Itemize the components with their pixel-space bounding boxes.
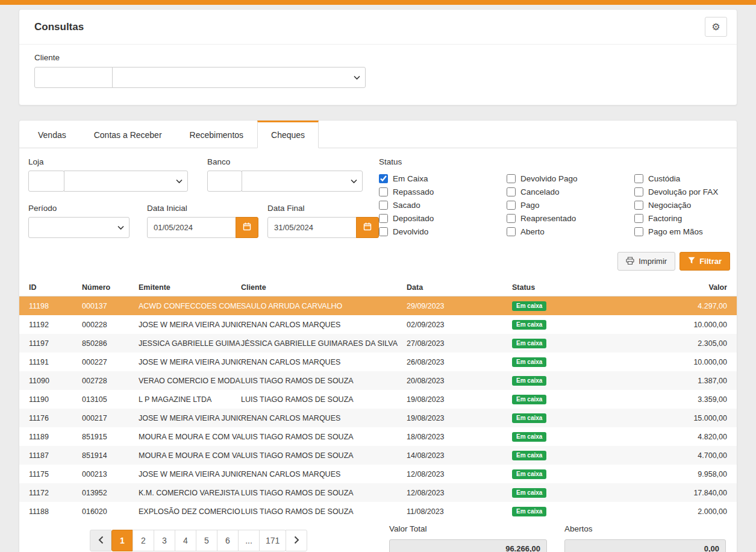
- status-checkbox-custodia[interactable]: [634, 174, 643, 183]
- status-option-factoring[interactable]: Factoring: [634, 212, 718, 225]
- loja-select[interactable]: [64, 171, 188, 192]
- status-checkbox-label: Pago em Mãos: [648, 227, 703, 236]
- data-inicial-input[interactable]: [147, 217, 236, 238]
- status-option-devolvido[interactable]: Devolvido: [379, 225, 507, 238]
- data-final-input[interactable]: [267, 217, 357, 238]
- cell-data: 26/08/2023: [407, 358, 512, 366]
- status-option-pago-em-maos[interactable]: Pago em Mãos: [634, 225, 718, 238]
- table-row[interactable]: 11190013105L P MAGAZINE LTDALUIS TIAGO R…: [19, 390, 737, 409]
- cell-numero: 013952: [82, 489, 139, 497]
- status-checkbox-devolucao-por-fax[interactable]: [634, 187, 643, 196]
- table-row[interactable]: 11192000228JOSE W MEIRA VIEIRA JUNIORREN…: [19, 315, 737, 334]
- cell-cliente: RENAN CARLOS MARQUES: [241, 470, 407, 478]
- tab-contas-a-receber[interactable]: Contas a Receber: [80, 121, 176, 148]
- valor-total-label: Valor Total: [389, 524, 427, 533]
- cliente-code-input[interactable]: [34, 67, 113, 88]
- table-row[interactable]: 11189851915MOURA E MOURA E COM VA…LUIS T…: [19, 427, 737, 446]
- status-checkbox-devolvido-pago[interactable]: [507, 174, 516, 183]
- cliente-select[interactable]: [112, 67, 366, 88]
- status-checkbox-pago-em-maos[interactable]: [634, 227, 643, 236]
- consultas-card: Consultas ⚙ Cliente: [19, 9, 737, 105]
- tab-cheques[interactable]: Cheques: [257, 121, 319, 148]
- data-final-calendar-button[interactable]: [356, 217, 379, 238]
- status-checkbox-label: Devolução por FAX: [648, 187, 718, 196]
- imprimir-button[interactable]: Imprimir: [617, 252, 675, 271]
- page-button-2[interactable]: 2: [133, 530, 154, 551]
- cell-id: 11175: [29, 470, 82, 478]
- cell-emitente: L P MAGAZINE LTDA: [139, 395, 241, 404]
- table-row[interactable]: 11090002728VERAO COMERCIO E MODAS…LUIS T…: [19, 371, 737, 390]
- table-row[interactable]: 11172013952K.M. COMERCIO VAREJISTA …LUIS…: [19, 483, 737, 502]
- cell-numero: 016020: [82, 507, 139, 516]
- cell-data: 19/08/2023: [407, 395, 512, 404]
- status-option-sacado[interactable]: Sacado: [379, 198, 507, 212]
- settings-button[interactable]: ⚙: [705, 17, 727, 37]
- status-option-devolucao-por-fax[interactable]: Devolução por FAX: [634, 185, 718, 198]
- status-option-cancelado[interactable]: Cancelado: [507, 185, 634, 198]
- status-checkbox-reapresentado[interactable]: [507, 214, 516, 223]
- tab-recebimentos[interactable]: Recebimentos: [176, 121, 258, 148]
- status-checkbox-label: Devolvido Pago: [520, 174, 578, 183]
- status-checkbox-devolvido[interactable]: [379, 227, 388, 236]
- status-badge: Em caixa: [512, 488, 546, 498]
- periodo-label: Período: [28, 204, 130, 213]
- status-option-reapresentado[interactable]: Reapresentado: [507, 212, 634, 225]
- status-checkbox-label: Custódia: [648, 174, 680, 183]
- periodo-select[interactable]: [28, 217, 130, 238]
- banco-code-input[interactable]: [207, 171, 242, 192]
- status-checkbox-label: Sacado: [393, 201, 420, 210]
- status-option-repassado[interactable]: Repassado: [379, 185, 507, 198]
- table-header-row: IDNúmeroEmitenteClienteDataStatusValor: [19, 278, 737, 296]
- page-button-1[interactable]: 1: [111, 530, 133, 551]
- pagination: 123456...171: [90, 530, 307, 551]
- page-button-5[interactable]: 5: [196, 530, 217, 551]
- page-button-4[interactable]: 4: [175, 530, 196, 551]
- table-row[interactable]: 11191000227JOSE W MEIRA VIEIRA JUNIORREN…: [19, 353, 737, 371]
- status-checkbox-factoring[interactable]: [634, 214, 643, 223]
- cell-status: Em caixa: [512, 451, 626, 460]
- table-row[interactable]: 11175000213JOSE W MEIRA VIEIRA JUNIORREN…: [19, 465, 737, 483]
- data-inicial-filter: Data Inicial: [147, 204, 258, 238]
- tab-vendas[interactable]: Vendas: [24, 121, 80, 148]
- status-checkbox-repassado[interactable]: [379, 187, 388, 196]
- loja-code-input[interactable]: [28, 171, 64, 192]
- table-row[interactable]: 11187851914MOURA E MOURA E COM VA…LUIS T…: [19, 446, 737, 465]
- consultas-card-header: Consultas ⚙: [19, 10, 737, 45]
- status-option-custodia[interactable]: Custódia: [634, 172, 718, 185]
- column-header-id: ID: [29, 283, 82, 292]
- status-option-aberto[interactable]: Aberto: [507, 225, 634, 238]
- cell-data: 11/08/2023: [407, 507, 512, 516]
- filtrar-button[interactable]: Filtrar: [679, 252, 730, 271]
- cell-data: 12/08/2023: [407, 489, 512, 497]
- status-checkbox-cancelado[interactable]: [507, 187, 516, 196]
- column-header-valor: Valor: [626, 283, 727, 292]
- status-option-negociacao[interactable]: Negociação: [634, 198, 718, 212]
- status-option-depositado[interactable]: Depositado: [379, 212, 507, 225]
- page-button-3[interactable]: 3: [154, 530, 175, 551]
- pagination-prev-button[interactable]: [90, 530, 111, 551]
- table-row[interactable]: 11197850286JESSICA GABRIELLE GUIMA…JÉSSI…: [19, 334, 737, 353]
- status-checkbox-depositado[interactable]: [379, 214, 388, 223]
- cheques-card: VendasContas a ReceberRecebimentosCheque…: [19, 120, 737, 552]
- pagination-next-button[interactable]: [286, 530, 307, 551]
- page-button-6[interactable]: 6: [217, 530, 239, 551]
- page-title: Consultas: [34, 21, 84, 33]
- page-button-171[interactable]: 171: [259, 530, 286, 551]
- status-option-pago[interactable]: Pago: [507, 198, 634, 212]
- filtrar-button-label: Filtrar: [699, 257, 722, 266]
- chevron-right-icon: [294, 536, 299, 546]
- loja-label: Loja: [28, 157, 188, 166]
- table-row[interactable]: 11198000137ACWD CONFECCOES COMER…SAULO A…: [19, 296, 737, 315]
- data-inicial-calendar-button[interactable]: [236, 217, 258, 238]
- table-row[interactable]: 11188016020EXPLOSÃO DEZ COMERCIO…LUIS TI…: [19, 502, 737, 517]
- status-option-em-caixa[interactable]: Em Caixa: [379, 172, 507, 185]
- status-checkbox-pago[interactable]: [507, 201, 516, 210]
- table-row[interactable]: 11176000217JOSE W MEIRA VIEIRA JUNIORREN…: [19, 409, 737, 427]
- cell-cliente: RENAN CARLOS MARQUES: [241, 321, 407, 329]
- status-option-devolvido-pago[interactable]: Devolvido Pago: [507, 172, 634, 185]
- status-checkbox-aberto[interactable]: [507, 227, 516, 236]
- status-checkbox-negociacao[interactable]: [634, 201, 643, 210]
- status-checkbox-em-caixa[interactable]: [379, 174, 388, 183]
- status-checkbox-sacado[interactable]: [379, 201, 388, 210]
- banco-select[interactable]: [242, 171, 363, 192]
